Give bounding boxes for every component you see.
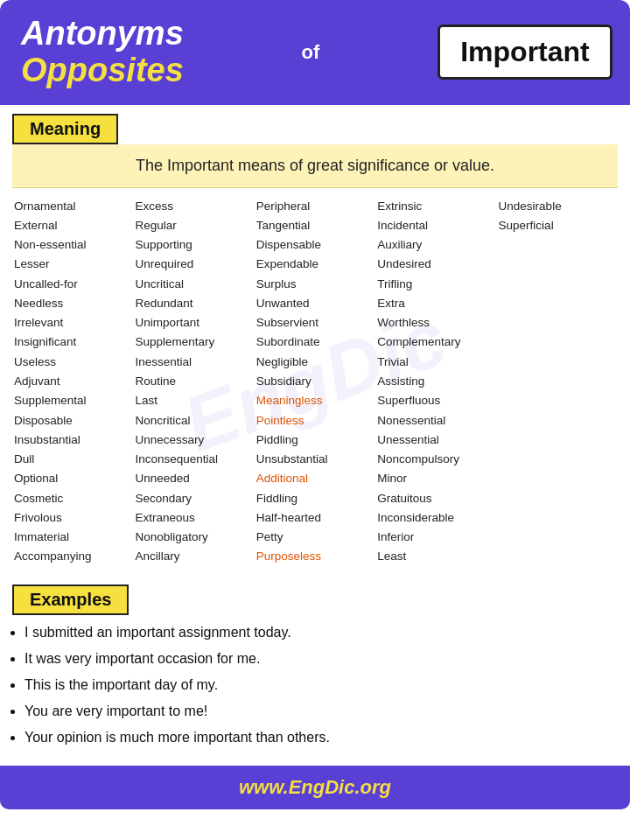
word-item: Irrelevant bbox=[12, 313, 133, 332]
word-col-3: ExtrinsicIncidentalAuxiliaryUndesiredTri… bbox=[375, 197, 496, 567]
word-item: Needless bbox=[12, 294, 133, 313]
word-item: Useless bbox=[12, 353, 133, 372]
example-item: You are very important to me! bbox=[24, 701, 618, 722]
word-item: Petty bbox=[255, 528, 375, 547]
word-item: External bbox=[12, 216, 133, 235]
header-word-box: Important bbox=[438, 24, 612, 80]
footer-url: www.EngDic.org bbox=[239, 776, 391, 798]
example-item: I submitted an important assignment toda… bbox=[24, 622, 618, 643]
word-item: Superfluous bbox=[375, 391, 496, 410]
word-item: Meaningless bbox=[255, 391, 375, 410]
word-item: Insignificant bbox=[12, 332, 133, 352]
word-item: Redundant bbox=[133, 294, 254, 313]
word-item: Unwanted bbox=[255, 294, 375, 313]
word-grid-container: EngDic OrnamentalExternalNon-essentialLe… bbox=[0, 188, 630, 576]
word-item: Superficial bbox=[497, 216, 618, 235]
header: Antonyms Opposites of Important bbox=[0, 0, 630, 105]
word-item: Undesirable bbox=[497, 197, 618, 216]
word-item: Secondary bbox=[133, 489, 254, 508]
header-opposites: Opposites bbox=[21, 52, 184, 89]
word-item: Unneeded bbox=[133, 469, 254, 488]
word-item: Supplemental bbox=[12, 391, 133, 410]
word-item: Expendable bbox=[255, 255, 375, 274]
word-item: Last bbox=[133, 391, 254, 410]
header-antonyms: Antonyms bbox=[21, 16, 184, 52]
word-item: Nonessential bbox=[375, 411, 496, 430]
word-item: Assisting bbox=[375, 372, 496, 391]
word-item: Negligible bbox=[255, 353, 375, 372]
word-item: Excess bbox=[133, 197, 254, 216]
word-item: Lesser bbox=[12, 255, 133, 274]
word-item: Supplementary bbox=[133, 332, 254, 352]
examples-label: Examples bbox=[12, 584, 129, 615]
word-item: Gratuitous bbox=[375, 489, 496, 508]
word-item: Ornamental bbox=[12, 197, 133, 216]
footer-url-prefix: www. bbox=[239, 776, 289, 798]
word-item: Unrequired bbox=[133, 255, 254, 274]
meaning-text: The Important means of great significanc… bbox=[12, 144, 618, 188]
footer: www.EngDic.org bbox=[0, 766, 630, 809]
word-item: Noncompulsory bbox=[375, 450, 496, 469]
word-item: Minor bbox=[375, 469, 496, 488]
word-item: Incidental bbox=[375, 216, 496, 235]
word-item: Dispensable bbox=[255, 235, 375, 255]
word-item: Additional bbox=[255, 469, 375, 488]
word-item: Nonobligatory bbox=[133, 528, 254, 547]
word-item: Disposable bbox=[12, 411, 133, 430]
word-item: Surplus bbox=[255, 275, 375, 294]
word-col-2: PeripheralTangentialDispensableExpendabl… bbox=[255, 197, 375, 567]
word-item: Extra bbox=[375, 294, 496, 313]
word-item: Inconsequential bbox=[133, 450, 254, 469]
header-of: of bbox=[290, 41, 332, 64]
word-item: Dull bbox=[12, 450, 133, 469]
word-item: Subordinate bbox=[255, 332, 375, 352]
word-item: Extraneous bbox=[133, 508, 254, 528]
word-item: Inconsiderable bbox=[375, 508, 496, 528]
word-col-1: ExcessRegularSupportingUnrequiredUncriti… bbox=[133, 197, 254, 567]
example-item: Your opinion is much more important than… bbox=[24, 727, 618, 748]
word-item: Extrinsic bbox=[375, 197, 496, 216]
word-col-4: UndesirableSuperficial bbox=[497, 197, 618, 567]
example-item: This is the important day of my. bbox=[24, 675, 618, 696]
examples-label-row: Examples bbox=[0, 576, 630, 615]
word-item: Regular bbox=[133, 216, 254, 235]
word-item: Unimportant bbox=[133, 313, 254, 332]
footer-url-suffix: .org bbox=[354, 776, 391, 798]
word-item: Fiddling bbox=[255, 489, 375, 508]
word-item: Least bbox=[375, 547, 496, 566]
word-item: Tangential bbox=[255, 216, 375, 235]
word-item: Ancillary bbox=[133, 547, 254, 566]
word-item: Subservient bbox=[255, 313, 375, 332]
word-item: Unessential bbox=[375, 430, 496, 450]
meaning-label-row: Meaning bbox=[0, 105, 630, 144]
word-item: Inferior bbox=[375, 528, 496, 547]
word-item: Noncritical bbox=[133, 411, 254, 430]
word-item: Piddling bbox=[255, 430, 375, 450]
word-item: Adjuvant bbox=[12, 372, 133, 391]
examples-list: I submitted an important assignment toda… bbox=[0, 615, 630, 766]
word-item: Uncalled-for bbox=[12, 275, 133, 294]
word-item: Accompanying bbox=[12, 547, 133, 566]
word-grid: OrnamentalExternalNon-essentialLesserUnc… bbox=[12, 197, 618, 567]
footer-url-brand: EngDic bbox=[289, 776, 355, 798]
word-item: Cosmetic bbox=[12, 489, 133, 508]
word-item: Supporting bbox=[133, 235, 254, 255]
word-item: Inessential bbox=[133, 353, 254, 372]
word-item: Complementary bbox=[375, 332, 496, 352]
word-item: Unnecessary bbox=[133, 430, 254, 450]
word-item: Routine bbox=[133, 372, 254, 391]
word-item: Subsidiary bbox=[255, 372, 375, 391]
word-item: Optional bbox=[12, 469, 133, 488]
word-item: Frivolous bbox=[12, 508, 133, 528]
header-word: Important bbox=[460, 36, 590, 67]
word-item: Uncritical bbox=[133, 275, 254, 294]
example-item: It was very important occasion for me. bbox=[24, 648, 618, 669]
word-item: Trivial bbox=[375, 353, 496, 372]
word-item: Unsubstantial bbox=[255, 450, 375, 469]
word-item: Auxiliary bbox=[375, 235, 496, 255]
word-item: Undesired bbox=[375, 255, 496, 274]
word-item: Purposeless bbox=[255, 547, 375, 566]
header-left: Antonyms Opposites bbox=[21, 16, 184, 89]
word-item: Peripheral bbox=[255, 197, 375, 216]
word-col-0: OrnamentalExternalNon-essentialLesserUnc… bbox=[12, 197, 133, 567]
